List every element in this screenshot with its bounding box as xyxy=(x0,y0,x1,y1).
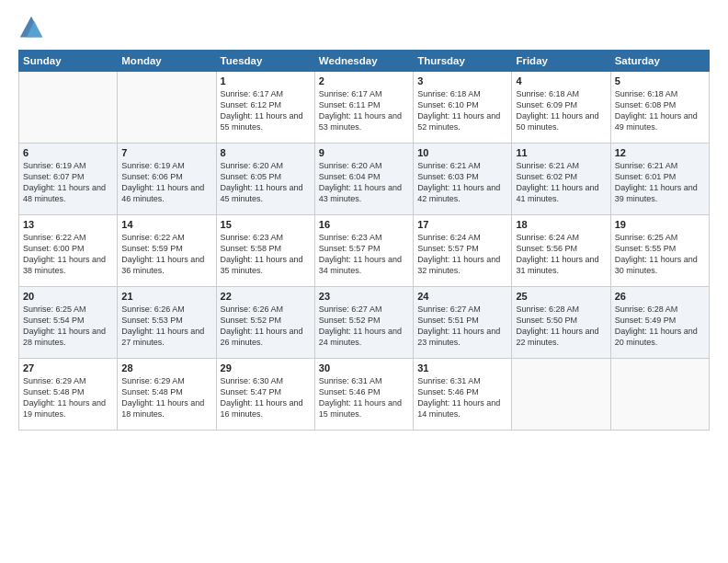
day-number: 10 xyxy=(417,147,507,158)
day-number: 18 xyxy=(516,219,606,230)
day-info: Sunrise: 6:18 AM Sunset: 6:10 PM Dayligh… xyxy=(417,88,507,133)
header-cell-tuesday: Tuesday xyxy=(216,51,314,72)
day-info: Sunrise: 6:24 AM Sunset: 5:56 PM Dayligh… xyxy=(516,232,606,277)
day-info: Sunrise: 6:17 AM Sunset: 6:11 PM Dayligh… xyxy=(319,88,409,133)
day-number: 21 xyxy=(121,291,211,302)
calendar-body: 1Sunrise: 6:17 AM Sunset: 6:12 PM Daylig… xyxy=(19,72,710,431)
calendar-header: SundayMondayTuesdayWednesdayThursdayFrid… xyxy=(19,51,710,72)
day-cell: 17Sunrise: 6:24 AM Sunset: 5:57 PM Dayli… xyxy=(414,215,512,287)
header-cell-sunday: Sunday xyxy=(19,51,118,72)
week-row-3: 13Sunrise: 6:22 AM Sunset: 6:00 PM Dayli… xyxy=(19,215,710,287)
day-number: 9 xyxy=(319,147,409,158)
logo-icon xyxy=(18,15,44,40)
day-info: Sunrise: 6:28 AM Sunset: 5:49 PM Dayligh… xyxy=(615,304,705,349)
day-number: 1 xyxy=(221,75,311,86)
day-cell: 27Sunrise: 6:29 AM Sunset: 5:48 PM Dayli… xyxy=(19,359,118,431)
day-cell: 6Sunrise: 6:19 AM Sunset: 6:07 PM Daylig… xyxy=(19,144,118,215)
day-cell: 26Sunrise: 6:28 AM Sunset: 5:49 PM Dayli… xyxy=(610,287,709,359)
day-cell: 24Sunrise: 6:27 AM Sunset: 5:51 PM Dayli… xyxy=(414,287,512,359)
day-number: 7 xyxy=(121,147,211,158)
day-cell xyxy=(512,359,610,431)
day-number: 25 xyxy=(516,291,606,302)
day-cell xyxy=(19,72,118,144)
header-cell-wednesday: Wednesday xyxy=(314,51,413,72)
day-cell: 8Sunrise: 6:20 AM Sunset: 6:05 PM Daylig… xyxy=(216,144,314,215)
day-cell: 2Sunrise: 6:17 AM Sunset: 6:11 PM Daylig… xyxy=(314,72,413,144)
day-info: Sunrise: 6:20 AM Sunset: 6:04 PM Dayligh… xyxy=(319,160,409,205)
week-row-5: 27Sunrise: 6:29 AM Sunset: 5:48 PM Dayli… xyxy=(19,359,710,431)
day-number: 11 xyxy=(516,147,606,158)
day-cell xyxy=(610,359,709,431)
day-info: Sunrise: 6:19 AM Sunset: 6:07 PM Dayligh… xyxy=(23,160,113,205)
day-info: Sunrise: 6:20 AM Sunset: 6:05 PM Dayligh… xyxy=(221,160,311,205)
day-number: 4 xyxy=(516,75,606,86)
day-number: 14 xyxy=(121,219,211,230)
day-info: Sunrise: 6:24 AM Sunset: 5:57 PM Dayligh… xyxy=(417,232,507,277)
day-number: 16 xyxy=(319,219,409,230)
day-cell xyxy=(118,72,216,144)
day-cell: 31Sunrise: 6:31 AM Sunset: 5:46 PM Dayli… xyxy=(414,359,512,431)
day-number: 2 xyxy=(319,75,409,86)
day-number: 26 xyxy=(615,291,705,302)
day-number: 5 xyxy=(615,75,705,86)
day-info: Sunrise: 6:18 AM Sunset: 6:08 PM Dayligh… xyxy=(615,88,705,133)
day-cell: 16Sunrise: 6:23 AM Sunset: 5:57 PM Dayli… xyxy=(314,215,413,287)
day-info: Sunrise: 6:25 AM Sunset: 5:54 PM Dayligh… xyxy=(23,304,113,349)
day-number: 15 xyxy=(221,219,311,230)
header-cell-thursday: Thursday xyxy=(414,51,512,72)
day-cell: 21Sunrise: 6:26 AM Sunset: 5:53 PM Dayli… xyxy=(118,287,216,359)
day-info: Sunrise: 6:22 AM Sunset: 6:00 PM Dayligh… xyxy=(23,232,113,277)
day-cell: 23Sunrise: 6:27 AM Sunset: 5:52 PM Dayli… xyxy=(314,287,413,359)
day-cell: 15Sunrise: 6:23 AM Sunset: 5:58 PM Dayli… xyxy=(216,215,314,287)
page: SundayMondayTuesdayWednesdayThursdayFrid… xyxy=(0,0,728,563)
calendar-table: SundayMondayTuesdayWednesdayThursdayFrid… xyxy=(18,50,710,431)
day-number: 31 xyxy=(417,362,507,373)
day-info: Sunrise: 6:18 AM Sunset: 6:09 PM Dayligh… xyxy=(516,88,606,133)
header-cell-monday: Monday xyxy=(118,51,216,72)
day-info: Sunrise: 6:21 AM Sunset: 6:03 PM Dayligh… xyxy=(417,160,507,205)
day-cell: 7Sunrise: 6:19 AM Sunset: 6:06 PM Daylig… xyxy=(118,144,216,215)
day-cell: 18Sunrise: 6:24 AM Sunset: 5:56 PM Dayli… xyxy=(512,215,610,287)
day-number: 8 xyxy=(221,147,311,158)
day-number: 12 xyxy=(615,147,705,158)
day-info: Sunrise: 6:30 AM Sunset: 5:47 PM Dayligh… xyxy=(221,375,311,420)
day-info: Sunrise: 6:26 AM Sunset: 5:52 PM Dayligh… xyxy=(221,304,311,349)
day-number: 29 xyxy=(221,362,311,373)
day-number: 30 xyxy=(319,362,409,373)
day-number: 27 xyxy=(23,362,113,373)
day-number: 19 xyxy=(615,219,705,230)
day-number: 22 xyxy=(221,291,311,302)
day-number: 24 xyxy=(417,291,507,302)
day-cell: 12Sunrise: 6:21 AM Sunset: 6:01 PM Dayli… xyxy=(610,144,709,215)
day-cell: 22Sunrise: 6:26 AM Sunset: 5:52 PM Dayli… xyxy=(216,287,314,359)
day-info: Sunrise: 6:31 AM Sunset: 5:46 PM Dayligh… xyxy=(319,375,409,420)
day-info: Sunrise: 6:25 AM Sunset: 5:55 PM Dayligh… xyxy=(615,232,705,277)
logo xyxy=(18,15,50,40)
day-cell: 1Sunrise: 6:17 AM Sunset: 6:12 PM Daylig… xyxy=(216,72,314,144)
day-info: Sunrise: 6:29 AM Sunset: 5:48 PM Dayligh… xyxy=(121,375,211,420)
day-cell: 28Sunrise: 6:29 AM Sunset: 5:48 PM Dayli… xyxy=(118,359,216,431)
week-row-1: 1Sunrise: 6:17 AM Sunset: 6:12 PM Daylig… xyxy=(19,72,710,144)
day-info: Sunrise: 6:29 AM Sunset: 5:48 PM Dayligh… xyxy=(23,375,113,420)
day-info: Sunrise: 6:27 AM Sunset: 5:52 PM Dayligh… xyxy=(319,304,409,349)
day-info: Sunrise: 6:22 AM Sunset: 5:59 PM Dayligh… xyxy=(121,232,211,277)
day-info: Sunrise: 6:23 AM Sunset: 5:58 PM Dayligh… xyxy=(221,232,311,277)
day-cell: 3Sunrise: 6:18 AM Sunset: 6:10 PM Daylig… xyxy=(414,72,512,144)
day-cell: 10Sunrise: 6:21 AM Sunset: 6:03 PM Dayli… xyxy=(414,144,512,215)
day-cell: 14Sunrise: 6:22 AM Sunset: 5:59 PM Dayli… xyxy=(118,215,216,287)
day-cell: 5Sunrise: 6:18 AM Sunset: 6:08 PM Daylig… xyxy=(610,72,709,144)
header-row: SundayMondayTuesdayWednesdayThursdayFrid… xyxy=(19,51,710,72)
day-number: 3 xyxy=(417,75,507,86)
day-cell: 19Sunrise: 6:25 AM Sunset: 5:55 PM Dayli… xyxy=(610,215,709,287)
day-info: Sunrise: 6:17 AM Sunset: 6:12 PM Dayligh… xyxy=(221,88,311,133)
day-cell: 30Sunrise: 6:31 AM Sunset: 5:46 PM Dayli… xyxy=(314,359,413,431)
day-info: Sunrise: 6:27 AM Sunset: 5:51 PM Dayligh… xyxy=(417,304,507,349)
day-number: 17 xyxy=(417,219,507,230)
day-info: Sunrise: 6:21 AM Sunset: 6:02 PM Dayligh… xyxy=(516,160,606,205)
day-cell: 13Sunrise: 6:22 AM Sunset: 6:00 PM Dayli… xyxy=(19,215,118,287)
day-number: 6 xyxy=(23,147,113,158)
day-cell: 29Sunrise: 6:30 AM Sunset: 5:47 PM Dayli… xyxy=(216,359,314,431)
day-number: 23 xyxy=(319,291,409,302)
day-info: Sunrise: 6:26 AM Sunset: 5:53 PM Dayligh… xyxy=(121,304,211,349)
day-info: Sunrise: 6:21 AM Sunset: 6:01 PM Dayligh… xyxy=(615,160,705,205)
